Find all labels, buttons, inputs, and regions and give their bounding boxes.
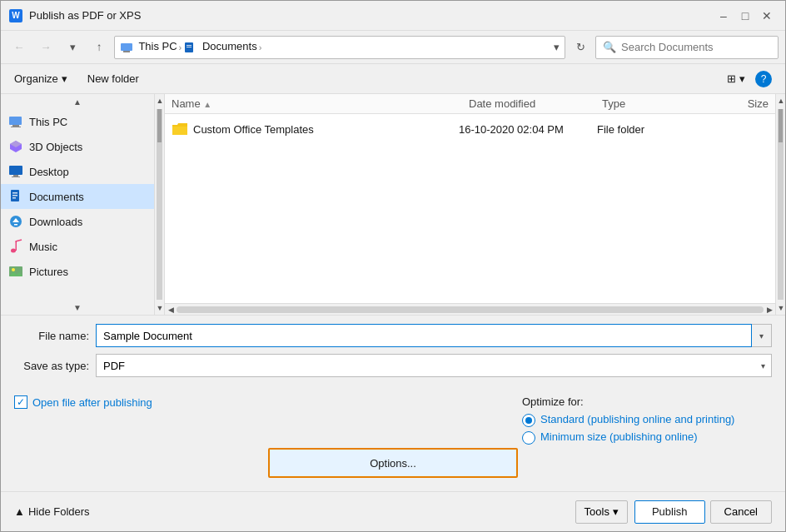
file-scroll-down[interactable]: ▼	[776, 301, 785, 315]
documents-icon	[7, 188, 24, 205]
svg-rect-1	[123, 51, 130, 52]
savetype-label: Save as type:	[14, 360, 89, 372]
tools-dropdown-icon: ▾	[613, 505, 619, 518]
main-content: ▲ This PC	[1, 94, 785, 315]
radio-inner	[525, 417, 532, 424]
sidebar-item-documents[interactable]: Documents	[1, 184, 154, 209]
forward-button[interactable]: →	[34, 36, 57, 59]
sort-arrow-name: ▲	[203, 100, 211, 109]
pictures-icon	[7, 263, 24, 280]
sidebar-scroll-up[interactable]: ▲	[1, 94, 154, 109]
savetype-row: Save as type: PDF XPS Document ▾	[14, 354, 772, 377]
music-icon	[7, 238, 24, 255]
view-options: ⊞ ▾ ?	[720, 68, 779, 90]
sidebar-item-documents-label: Documents	[29, 191, 84, 203]
dropdown-button[interactable]: ▾	[61, 36, 84, 59]
search-box[interactable]: 🔍	[595, 36, 779, 59]
hscroll-right[interactable]: ▶	[764, 304, 775, 316]
file-scrollbar[interactable]: ▲ ▼	[775, 94, 785, 315]
sidebar-item-music[interactable]: Music	[1, 234, 154, 259]
options-area: Open file after publishing Optimize for:…	[1, 392, 785, 491]
options-button[interactable]: Options...	[268, 448, 518, 478]
hide-folders-icon: ▲	[14, 505, 25, 518]
breadcrumb-item-documents: Documents	[183, 40, 256, 54]
filename-dropdown[interactable]: ▾	[752, 324, 772, 347]
svg-rect-14	[12, 192, 17, 194]
breadcrumb-sep-2: ›	[259, 42, 262, 52]
sidebar-item-desktop[interactable]: Desktop	[1, 159, 154, 184]
sidebar-item-thispc[interactable]: This PC	[1, 109, 154, 134]
svg-rect-11	[13, 175, 18, 177]
filename-input[interactable]	[96, 324, 752, 347]
file-list-body: Custom Office Templates 16-10-2020 02:04…	[165, 114, 775, 303]
optimize-standard-label[interactable]: Standard (publishing online and printing…	[540, 413, 734, 427]
hide-folders-button[interactable]: ▲ Hide Folders	[14, 505, 90, 518]
sidebar-item-downloads[interactable]: Downloads	[1, 209, 154, 234]
open-after-publish-label[interactable]: Open file after publishing	[32, 396, 152, 409]
optimize-standard-radio[interactable]	[522, 414, 535, 427]
desktop-icon	[7, 163, 24, 180]
nav-bar: ← → ▾ ↑ This PC ›	[1, 31, 785, 64]
breadcrumb-dropdown-icon: ▾	[554, 41, 560, 53]
minimize-button[interactable]: –	[714, 6, 734, 26]
maximize-button[interactable]: □	[735, 6, 755, 26]
window-controls: – □ ✕	[714, 6, 777, 26]
publish-button[interactable]: Publish	[634, 500, 705, 524]
tools-button[interactable]: Tools ▾	[575, 500, 628, 524]
svg-rect-19	[14, 224, 17, 226]
publish-label: Publish	[652, 505, 688, 518]
sidebar-scroll-down-btn[interactable]: ▼	[155, 301, 165, 315]
refresh-button[interactable]: ↻	[569, 36, 592, 59]
up-button[interactable]: ↑	[87, 36, 111, 59]
breadcrumb-item-thispc: This PC	[120, 40, 177, 54]
sidebar-scroll-down[interactable]: ▼	[1, 300, 154, 315]
organize-dropdown-icon: ▾	[62, 72, 67, 85]
open-after-publish-row: Open file after publishing	[14, 395, 509, 409]
col-header-type: Type	[602, 97, 702, 110]
hscroll-left[interactable]: ◀	[165, 304, 177, 316]
sidebar-item-pictures[interactable]: Pictures	[1, 259, 154, 284]
sidebar-item-music-label: Music	[29, 241, 57, 253]
sidebar-item-3dobjects-label: 3D Objects	[29, 141, 82, 153]
file-scroll-up[interactable]: ▲	[776, 94, 785, 107]
search-input[interactable]	[621, 41, 771, 53]
svg-rect-7	[11, 127, 21, 127]
folder-icon	[172, 121, 188, 137]
organize-button[interactable]: Organize ▾	[7, 68, 74, 90]
refresh-icon: ↻	[576, 41, 585, 53]
file-scroll-track	[778, 109, 784, 300]
sidebar-scroll: This PC 3D Objects	[1, 109, 154, 300]
footer: ▲ Hide Folders Tools ▾ Publish Cancel	[1, 491, 785, 531]
sidebar-item-downloads-label: Downloads	[29, 216, 82, 228]
file-row[interactable]: Custom Office Templates 16-10-2020 02:04…	[165, 117, 775, 141]
svg-rect-16	[12, 197, 16, 199]
svg-rect-0	[121, 43, 132, 51]
breadcrumb[interactable]: This PC › Documents › ▾	[114, 36, 565, 59]
svg-point-20	[11, 249, 16, 253]
help-button[interactable]: ?	[755, 68, 779, 90]
thispc-icon	[7, 113, 24, 130]
view-button[interactable]: ⊞ ▾	[720, 68, 752, 90]
tools-label: Tools	[585, 505, 609, 518]
svg-rect-4	[187, 47, 192, 47]
sidebar-scrollbar[interactable]: ▲ ▼	[155, 94, 165, 315]
col-header-name: Name ▲	[172, 97, 469, 110]
dialog-window: W Publish as PDF or XPS – □ ✕ ← → ▾ ↑	[0, 0, 786, 532]
sidebar-scroll-up-btn[interactable]: ▲	[155, 94, 165, 107]
back-button[interactable]: ←	[7, 36, 31, 59]
hscroll-track	[177, 306, 764, 313]
file-list-header: Name ▲ Date modified Type Size	[165, 94, 775, 114]
optimize-minimum-radio[interactable]	[522, 431, 535, 445]
filename-row: File name: ▾	[14, 324, 772, 347]
savetype-select[interactable]: PDF XPS Document	[96, 354, 772, 377]
new-folder-button[interactable]: New folder	[81, 68, 146, 90]
optimize-minimum-label[interactable]: Minimum size (publishing online)	[540, 430, 698, 445]
dialog-title: Publish as PDF or XPS	[29, 9, 714, 22]
close-button[interactable]: ✕	[757, 6, 777, 26]
cancel-button[interactable]: Cancel	[710, 500, 772, 524]
file-area: Name ▲ Date modified Type Size	[165, 94, 775, 315]
open-after-publish-checkbox[interactable]	[14, 395, 27, 409]
sidebar-item-3dobjects[interactable]: 3D Objects	[1, 134, 154, 159]
horizontal-scrollbar[interactable]: ◀ ▶	[165, 303, 775, 315]
downloads-icon	[7, 213, 24, 230]
